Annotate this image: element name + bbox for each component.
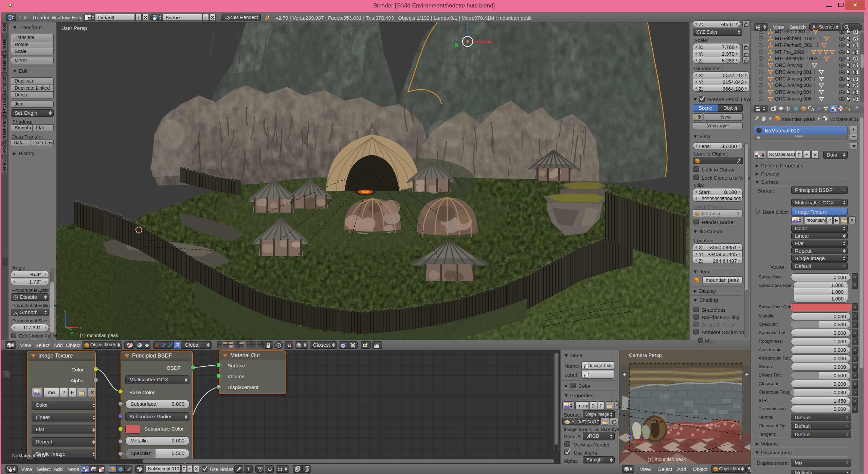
- svg-text:x: x: [642, 439, 644, 444]
- svg-text:y: y: [71, 330, 73, 335]
- svg-text:y: y: [634, 444, 636, 449]
- svg-text:x: x: [80, 325, 82, 330]
- svg-text:Camera Persp: Camera Persp: [629, 352, 662, 358]
- svg-text:i: i: [10, 16, 10, 20]
- svg-text:(1) mountian peak: (1) mountian peak: [80, 333, 119, 338]
- svg-text:(1) mountian peak: (1) mountian peak: [648, 457, 686, 462]
- svg-text:z: z: [64, 310, 66, 315]
- svg-text:z: z: [629, 426, 631, 431]
